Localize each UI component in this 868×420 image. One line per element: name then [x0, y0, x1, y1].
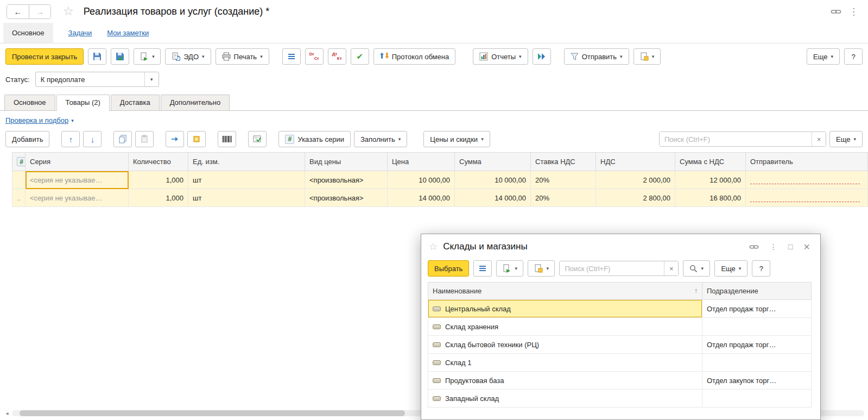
cell-series[interactable]: <серия не указывае… [26, 189, 129, 207]
cell-total[interactable]: 12 000,00 [675, 171, 746, 189]
barcode-button[interactable] [218, 131, 236, 147]
goods-col-marker[interactable]: # [12, 153, 26, 171]
post-button[interactable] [111, 48, 129, 65]
more-menu-icon[interactable]: ⋮ [846, 6, 861, 17]
scroll-left-arrow[interactable]: ◂ [3, 410, 11, 416]
cell-price[interactable]: 10 000,00 [388, 171, 455, 189]
list-item[interactable]: Склад хранения [428, 318, 812, 336]
warehouse-division-cell[interactable]: Отдел продаж торг… [702, 300, 812, 318]
run-exchange-button[interactable] [533, 48, 551, 65]
table-row[interactable]: <серия не указывае… 1,000 шт <произвольн… [12, 171, 868, 189]
cell-amount[interactable]: 14 000,00 [455, 189, 531, 207]
dialog-list-button[interactable] [473, 260, 492, 277]
list-item[interactable]: Склад 1 [428, 354, 812, 372]
tab-delivery[interactable]: Доставка [111, 95, 160, 110]
nav-item-main[interactable]: Основное [3, 23, 53, 43]
fill-button[interactable]: Заполнить ▾ [354, 131, 407, 147]
move-down-button[interactable]: ↓ [83, 131, 102, 147]
fill-table-button[interactable] [248, 131, 267, 147]
goods-col-total[interactable]: Сумма с НДС [675, 153, 746, 171]
print-button[interactable]: Печать ▾ [216, 48, 269, 65]
dialog-get-link-icon[interactable] [746, 242, 762, 252]
warehouses-col-name[interactable]: Наименование ↑ [428, 283, 702, 300]
warehouses-col-division[interactable]: Подразделение [702, 283, 812, 300]
warehouse-division-cell[interactable]: Отдел продаж торг… [702, 336, 812, 354]
goods-col-price[interactable]: Цена [388, 153, 455, 171]
reports-button[interactable]: Отчеты ▾ [473, 48, 528, 65]
warehouse-name-cell[interactable]: Западный склад [428, 390, 702, 408]
goods-col-vat[interactable]: НДС [596, 153, 675, 171]
cell-total[interactable]: 16 800,00 [675, 189, 746, 207]
dialog-close-icon[interactable]: × [801, 241, 813, 253]
cell-vat-rate[interactable]: 20% [531, 171, 596, 189]
cell-vat[interactable]: 2 000,00 [596, 171, 675, 189]
check-document-button[interactable]: ✔ [351, 48, 369, 65]
goods-col-amount[interactable]: Сумма [455, 153, 531, 171]
prices-discounts-button[interactable]: Цены и скидки ▾ [423, 131, 490, 147]
warehouse-name-cell[interactable]: Склад 1 [428, 354, 702, 372]
post-and-close-button[interactable]: Провести и закрыть [5, 48, 84, 65]
cell-sender[interactable] [746, 189, 868, 207]
warehouse-division-cell[interactable] [702, 318, 812, 336]
dialog-more-button[interactable]: Еще ▾ [714, 260, 747, 277]
set-series-button[interactable]: # Указать серии [278, 131, 350, 147]
favorite-star-icon[interactable]: ☆ [63, 5, 74, 17]
cell-unit[interactable]: шт [188, 189, 305, 207]
cell-vat-rate[interactable]: 20% [531, 189, 596, 207]
cell-series[interactable]: <серия не указывае… [26, 171, 129, 189]
list-item[interactable]: Продуктовая база Отдел закупок торг… [428, 372, 812, 390]
warehouse-name-cell[interactable]: Центральный склад [428, 300, 702, 318]
dialog-more-menu-icon[interactable]: ⋮ [767, 242, 780, 251]
list-item[interactable]: Склад бытовой техники (РЦ) Отдел продаж … [428, 336, 812, 354]
cell-qty[interactable]: 1,000 [129, 189, 188, 207]
dialog-attachments-button[interactable]: ▾ [528, 260, 555, 277]
warehouse-division-cell[interactable] [702, 390, 812, 408]
register-records-button[interactable] [282, 48, 301, 65]
tab-goods[interactable]: Товары (2) [56, 95, 110, 111]
add-row-button[interactable]: Добавить [5, 131, 49, 147]
tab-additional[interactable]: Дополнительно [161, 95, 230, 110]
exchange-protocol-button[interactable]: Протокол обмена [373, 48, 456, 65]
goods-col-unit[interactable]: Ед. изм. [188, 153, 305, 171]
warehouse-name-cell[interactable]: Продуктовая база [428, 372, 702, 390]
split-row-button[interactable] [166, 131, 184, 147]
check-and-pick-link[interactable]: Проверка и подбор [5, 116, 68, 124]
dialog-help-button[interactable]: ? [752, 260, 770, 277]
cell-amount[interactable]: 10 000,00 [455, 171, 531, 189]
back-button[interactable]: ← [7, 5, 29, 18]
warehouse-division-cell[interactable]: Отдел закупок торг… [702, 372, 812, 390]
save-button[interactable] [88, 48, 106, 65]
goods-col-sender[interactable]: Отправитель [746, 153, 868, 171]
goods-more-button[interactable]: Еще ▾ [829, 131, 863, 147]
goods-col-qty[interactable]: Количество [129, 153, 188, 171]
select-button[interactable]: Выбрать [428, 260, 469, 277]
create-based-on-button[interactable]: ▾ [134, 48, 161, 65]
dialog-search-input[interactable] [560, 261, 664, 275]
list-item[interactable]: Западный склад [428, 390, 812, 408]
paste-row-button[interactable] [135, 131, 154, 147]
cell-price[interactable]: 14 000,00 [388, 189, 455, 207]
attachments-button[interactable]: ▾ [633, 48, 661, 65]
warehouse-name-cell[interactable]: Склад бытовой техники (РЦ) [428, 336, 702, 354]
goods-col-vat-rate[interactable]: Ставка НДС [531, 153, 596, 171]
warehouse-name-cell[interactable]: Склад хранения [428, 318, 702, 336]
forward-button[interactable]: → [29, 5, 50, 18]
copy-row-button[interactable] [113, 131, 132, 147]
goods-search-clear-button[interactable]: × [812, 132, 826, 146]
table-row[interactable]: .. <серия не указывае… 1,000 шт <произво… [12, 189, 868, 207]
scrollbar-thumb[interactable] [20, 410, 405, 416]
get-link-icon[interactable] [831, 6, 841, 17]
goods-search-input[interactable] [660, 132, 812, 146]
dialog-search-clear-button[interactable]: × [664, 261, 678, 275]
combo-caret-icon[interactable]: ▾ [144, 72, 159, 86]
move-up-button[interactable]: ↑ [61, 131, 80, 147]
change-form-button[interactable] [187, 131, 206, 147]
nav-item-notes[interactable]: Мои заметки [107, 23, 149, 43]
tab-main[interactable]: Основное [4, 95, 55, 110]
list-item[interactable]: Центральный склад Отдел продаж торг… [428, 300, 812, 318]
cell-price-type[interactable]: <произвольная> [305, 189, 388, 207]
cell-vat[interactable]: 2 800,00 [596, 189, 675, 207]
warehouse-division-cell[interactable] [702, 354, 812, 372]
status-combobox[interactable]: К предоплате ▾ [35, 72, 159, 87]
drcr-en-button[interactable]: DrCr [305, 48, 324, 65]
